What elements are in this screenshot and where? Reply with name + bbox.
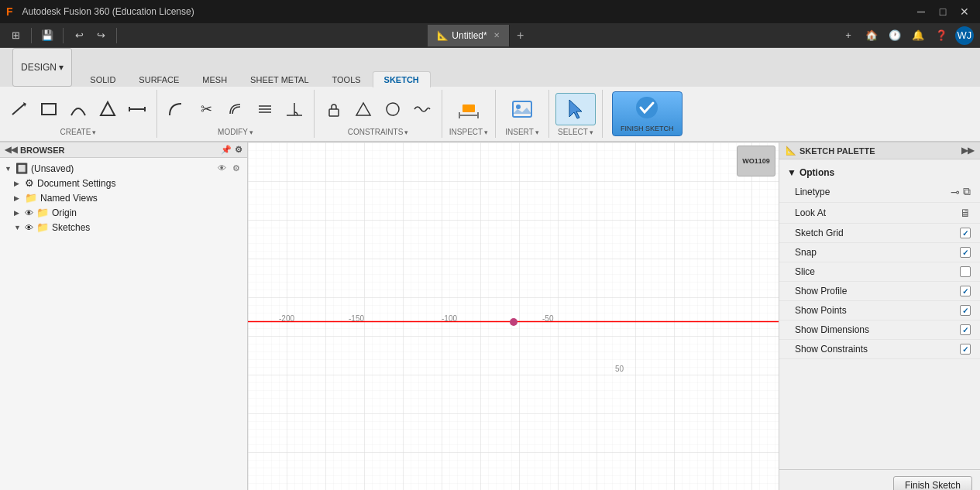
eye-button-root[interactable]: 👁 bbox=[215, 163, 229, 174]
svg-rect-24 bbox=[248, 142, 779, 490]
linetype-icon1[interactable]: ⊸ bbox=[951, 186, 960, 198]
hatch-tool-button[interactable] bbox=[252, 98, 278, 121]
separator bbox=[116, 28, 117, 43]
tree-label-origin: Origin bbox=[52, 207, 77, 218]
linetype-icon2[interactable]: ⧉ bbox=[963, 185, 971, 198]
constraints-label: CONSTRAINTS ▾ bbox=[348, 126, 409, 136]
design-dropdown-button[interactable]: DESIGN ▾ bbox=[12, 48, 72, 87]
offset-tool-button[interactable] bbox=[222, 98, 249, 121]
create-dropdown-icon[interactable]: ▾ bbox=[92, 128, 96, 136]
save-button[interactable]: 💾 bbox=[38, 26, 57, 45]
modify-dropdown-icon[interactable]: ▾ bbox=[249, 128, 253, 136]
lookat-icon[interactable]: 🖥 bbox=[960, 207, 971, 219]
palette-row-show-constraints: Show Constraints bbox=[779, 340, 980, 359]
line-tool-button[interactable] bbox=[6, 98, 33, 121]
linetype-control: ⊸ ⧉ bbox=[951, 185, 971, 198]
browser-collapse-button[interactable]: ◀◀ bbox=[5, 145, 17, 155]
undo-button[interactable]: ↩ bbox=[70, 26, 88, 45]
select-button[interactable] bbox=[555, 93, 596, 125]
ribbon-tab-sheetmetal[interactable]: SHEET METAL bbox=[239, 71, 320, 87]
measure-button[interactable] bbox=[449, 94, 489, 125]
ribbon-tab-mesh[interactable]: MESH bbox=[191, 71, 239, 87]
tree-item-origin[interactable]: ▶ 👁 📁 Origin bbox=[0, 205, 247, 220]
tree-item-named-views[interactable]: ▶ 📁 Named Views bbox=[0, 190, 247, 205]
triangle-constraint-button[interactable] bbox=[350, 98, 377, 121]
sketch-grid-checkbox[interactable] bbox=[960, 228, 971, 238]
circle-constraint-button[interactable] bbox=[380, 98, 406, 121]
wave-constraint-button[interactable] bbox=[409, 98, 435, 121]
palette-expand-button[interactable]: ▶▶ bbox=[961, 146, 974, 156]
help-button[interactable]: ❓ bbox=[932, 26, 951, 45]
finish-sketch-button[interactable]: Finish Sketch bbox=[893, 476, 972, 490]
svg-rect-12 bbox=[329, 109, 339, 116]
canvas-area[interactable]: -200 -150 -100 -50 50 WO1109 bbox=[248, 142, 779, 490]
minimize-button[interactable]: ─ bbox=[912, 2, 930, 21]
document-tab-untitled[interactable]: 📐 Untitled* ✕ bbox=[428, 25, 509, 46]
snap-label: Snap bbox=[795, 247, 817, 258]
ribbon-tab-tools[interactable]: TOOLS bbox=[321, 71, 373, 87]
arc-tool-button[interactable] bbox=[65, 98, 91, 121]
show-dimensions-checkbox[interactable] bbox=[960, 324, 971, 335]
rectangle-tool-button[interactable] bbox=[36, 98, 62, 121]
svg-point-20 bbox=[516, 105, 521, 109]
palette-title: SKETCH PALETTE bbox=[799, 146, 875, 156]
show-profile-checkbox[interactable] bbox=[960, 286, 971, 296]
browser-tree: ▼ 🔲 (Unsaved) 👁 ⚙ ▶ ⚙ Document Settings … bbox=[0, 158, 247, 490]
bell-button[interactable]: 🔔 bbox=[909, 26, 927, 45]
show-points-checkbox[interactable] bbox=[960, 305, 971, 316]
grid-menu-button[interactable]: ⊞ bbox=[6, 26, 25, 45]
show-points-control bbox=[960, 305, 971, 316]
palette-row-show-points: Show Points bbox=[779, 301, 980, 320]
snap-checkbox[interactable] bbox=[960, 247, 971, 258]
slice-label: Slice bbox=[795, 266, 815, 277]
add-tab-button[interactable]: + bbox=[839, 26, 858, 45]
constraints-dropdown-icon[interactable]: ▾ bbox=[404, 128, 408, 136]
ribbon-section-inspect: INSPECT ▾ bbox=[442, 90, 496, 138]
ruler-label-neg100: -100 bbox=[442, 314, 457, 323]
insert-image-button[interactable] bbox=[502, 94, 542, 125]
slice-checkbox[interactable] bbox=[960, 266, 971, 277]
extend-tool-button[interactable] bbox=[124, 98, 150, 121]
home-button[interactable]: 🏠 bbox=[862, 26, 881, 45]
close-button[interactable]: ✕ bbox=[955, 2, 974, 21]
tree-item-sketches[interactable]: ▼ 👁 📁 Sketches bbox=[0, 220, 247, 235]
viewcube-label: WO1109 bbox=[742, 157, 770, 165]
show-constraints-label: Show Constraints bbox=[795, 344, 868, 355]
browser-settings-button[interactable]: ⚙ bbox=[235, 145, 242, 155]
measure-icon bbox=[456, 97, 481, 122]
lock-tool-button[interactable] bbox=[321, 98, 347, 121]
angle-tool-button[interactable] bbox=[281, 98, 308, 121]
insert-tools bbox=[502, 91, 542, 126]
ribbon-tab-solid[interactable]: SOLID bbox=[78, 71, 127, 87]
show-constraints-checkbox[interactable] bbox=[960, 344, 971, 355]
ribbon-section-constraints: CONSTRAINTS ▾ bbox=[315, 90, 442, 138]
inspect-dropdown-icon[interactable]: ▾ bbox=[484, 128, 488, 136]
separator bbox=[63, 28, 64, 43]
hatch-icon bbox=[256, 100, 274, 118]
new-tab-button[interactable]: + bbox=[510, 25, 531, 46]
ribbon-tab-surface[interactable]: SURFACE bbox=[127, 71, 191, 87]
maximize-button[interactable]: □ bbox=[934, 2, 952, 21]
tab-close-icon[interactable]: ✕ bbox=[493, 31, 500, 39]
spline-tool-button[interactable] bbox=[95, 98, 121, 121]
ruler-label-neg150: -150 bbox=[349, 314, 364, 323]
fillet-tool-button[interactable] bbox=[163, 98, 190, 121]
redo-button[interactable]: ↪ bbox=[91, 26, 110, 45]
trim-tool-button[interactable]: ✂ bbox=[193, 98, 219, 121]
clock-button[interactable]: 🕐 bbox=[885, 26, 904, 45]
finish-sketch-ribbon-button[interactable]: FINISH SKETCH bbox=[612, 91, 683, 136]
palette-row-sketch-grid: Sketch Grid bbox=[779, 224, 980, 243]
ribbon-tab-sketch[interactable]: SKETCH bbox=[373, 71, 431, 87]
tree-item-document-settings[interactable]: ▶ ⚙ Document Settings bbox=[0, 176, 247, 190]
select-dropdown-icon[interactable]: ▾ bbox=[590, 128, 593, 136]
palette-section-options-header[interactable]: ▼ Options bbox=[779, 164, 980, 181]
ribbon: DESIGN ▾ SOLID SURFACE MESH SHEET METAL … bbox=[0, 48, 980, 142]
wave-icon bbox=[413, 100, 432, 118]
user-button[interactable]: WJ bbox=[955, 26, 974, 45]
insert-dropdown-icon[interactable]: ▾ bbox=[535, 128, 539, 136]
tree-item-root[interactable]: ▼ 🔲 (Unsaved) 👁 ⚙ bbox=[0, 161, 247, 176]
settings-button-root[interactable]: ⚙ bbox=[230, 163, 242, 174]
viewcube[interactable]: WO1109 bbox=[737, 146, 775, 176]
options-arrow-icon: ▼ bbox=[787, 167, 796, 178]
browser-pin-button[interactable]: 📌 bbox=[221, 145, 232, 155]
